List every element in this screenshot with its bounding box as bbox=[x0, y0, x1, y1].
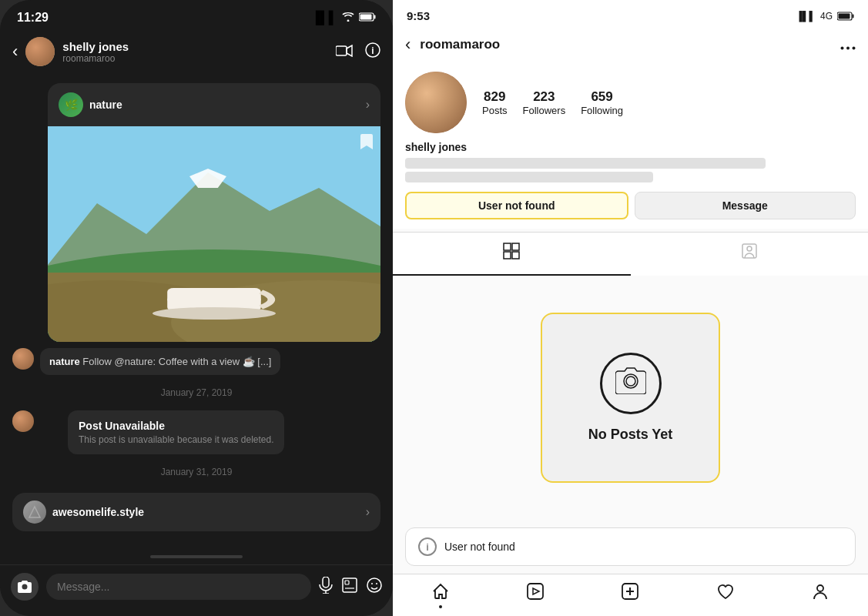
no-posts-card: No Posts Yet bbox=[541, 313, 721, 483]
svg-point-24 bbox=[367, 578, 381, 592]
emoji-icon[interactable] bbox=[367, 578, 382, 597]
signal-icon-left: ▐▌▌ bbox=[311, 11, 337, 25]
stat-followers: 223 Followers bbox=[523, 89, 566, 116]
camera-circle bbox=[600, 353, 662, 414]
header-user-info: shelly jones roomamaroo bbox=[62, 40, 328, 64]
msg-avatar bbox=[12, 348, 34, 370]
video-call-icon[interactable] bbox=[336, 43, 353, 61]
nav-home[interactable] bbox=[431, 582, 450, 605]
bio-line-2 bbox=[405, 172, 653, 182]
grid-icon bbox=[502, 242, 521, 265]
svg-point-25 bbox=[371, 583, 373, 584]
status-time-right: 9:53 bbox=[407, 9, 430, 22]
tab-tagged[interactable] bbox=[631, 233, 869, 276]
svg-point-16 bbox=[152, 307, 276, 320]
svg-rect-35 bbox=[504, 252, 511, 259]
svg-rect-3 bbox=[336, 46, 347, 55]
svg-rect-29 bbox=[839, 13, 850, 18]
svg-marker-4 bbox=[347, 45, 352, 56]
tab-grid[interactable] bbox=[393, 233, 631, 276]
dm-username: shelly jones bbox=[62, 40, 328, 53]
back-button-left[interactable]: ‹ bbox=[12, 42, 18, 62]
followers-count: 223 bbox=[533, 89, 555, 105]
camera-no-posts-icon bbox=[615, 367, 646, 401]
bottom-nav bbox=[393, 574, 868, 616]
more-options-button[interactable] bbox=[840, 36, 856, 54]
no-posts-text: No Posts Yet bbox=[588, 427, 673, 443]
post-chevron-2: › bbox=[366, 505, 370, 519]
dm-handle: roomamaroo bbox=[62, 53, 328, 64]
status-icons-left: ▐▌▌ bbox=[311, 11, 376, 25]
microphone-icon[interactable] bbox=[319, 577, 333, 598]
nav-heart[interactable] bbox=[716, 582, 735, 605]
status-bar-left: 11:29 ▐▌▌ bbox=[0, 0, 393, 31]
bookmark-icon bbox=[360, 134, 373, 153]
svg-rect-2 bbox=[360, 15, 372, 20]
status-icons-right: ▐▌▌ 4G bbox=[796, 11, 854, 22]
message-button[interactable]: Message bbox=[635, 192, 856, 219]
unavailable-title: Post Unavailable bbox=[79, 420, 273, 432]
svg-point-31 bbox=[846, 46, 850, 49]
post-avatar-2 bbox=[23, 500, 46, 524]
right-panel: 9:53 ▐▌▌ 4G ‹ roomamaroo 829 Posts bbox=[393, 0, 868, 616]
profile-info-section: 829 Posts 223 Followers 659 Following sh… bbox=[393, 62, 868, 229]
input-actions bbox=[319, 577, 382, 598]
stat-following: 659 Following bbox=[581, 89, 623, 116]
info-circle-icon: i bbox=[418, 537, 437, 556]
profile-avatar bbox=[405, 72, 467, 133]
mountain-scene bbox=[48, 126, 380, 342]
svg-rect-33 bbox=[504, 243, 511, 250]
followers-label: Followers bbox=[523, 105, 566, 116]
nature-icon: 🌿 bbox=[65, 99, 78, 111]
svg-rect-1 bbox=[374, 15, 376, 19]
post-account-name-2: awesomelife.style bbox=[52, 506, 144, 518]
scroll-indicator bbox=[150, 555, 243, 558]
shared-post-card-2: awesomelife.style › bbox=[12, 493, 380, 531]
profile-stats: 829 Posts 223 Followers 659 Following bbox=[482, 89, 856, 116]
battery-icon-left bbox=[359, 11, 376, 25]
message-input[interactable] bbox=[46, 574, 311, 600]
post-header-2: awesomelife.style › bbox=[12, 493, 380, 531]
bio-line-1 bbox=[405, 158, 766, 169]
nav-add[interactable] bbox=[621, 582, 639, 605]
posts-count: 829 bbox=[484, 89, 505, 105]
info-icon-header[interactable]: i bbox=[365, 42, 380, 62]
svg-point-44 bbox=[817, 585, 823, 591]
info-icon-text: i bbox=[426, 541, 429, 553]
unavailable-subtitle: This post is unavailable because it was … bbox=[79, 434, 273, 445]
svg-point-30 bbox=[841, 46, 844, 49]
nav-reels[interactable] bbox=[526, 582, 545, 605]
back-button-right[interactable]: ‹ bbox=[405, 35, 411, 55]
user-not-found-button[interactable]: User not found bbox=[405, 192, 628, 219]
date-divider-2: January 31, 2019 bbox=[12, 467, 380, 477]
status-time-left: 11:29 bbox=[17, 11, 49, 25]
svg-rect-18 bbox=[323, 577, 329, 588]
profile-top-row: 829 Posts 223 Followers 659 Following bbox=[405, 72, 856, 133]
profile-header: ‹ roomamaroo bbox=[393, 28, 868, 62]
following-label: Following bbox=[581, 105, 623, 116]
user-not-found-banner: i User not found bbox=[405, 527, 856, 566]
post-account-name: nature bbox=[89, 99, 122, 111]
profile-username-header: roomamaroo bbox=[420, 37, 840, 52]
profile-avatar-image bbox=[405, 72, 467, 133]
svg-point-38 bbox=[747, 246, 752, 251]
nav-home-dot bbox=[439, 605, 442, 608]
svg-point-26 bbox=[376, 583, 377, 584]
svg-point-32 bbox=[853, 46, 856, 49]
svg-marker-40 bbox=[533, 588, 539, 594]
camera-button[interactable] bbox=[11, 573, 39, 601]
post-image bbox=[48, 126, 380, 342]
tagged-icon bbox=[740, 242, 759, 265]
network-type-right: 4G bbox=[820, 11, 833, 22]
gallery-icon[interactable] bbox=[342, 578, 357, 597]
nature-avatar: 🌿 bbox=[59, 92, 83, 117]
message-row: nature Follow @nature: Coffee with a vie… bbox=[12, 348, 380, 375]
svg-rect-22 bbox=[345, 581, 349, 584]
posts-label: Posts bbox=[482, 105, 508, 116]
avatar-image bbox=[25, 37, 55, 66]
dm-header: ‹ shelly jones roomamaroo i bbox=[0, 31, 393, 75]
nav-profile[interactable] bbox=[811, 582, 829, 605]
svg-rect-36 bbox=[512, 252, 519, 259]
profile-name: shelly jones bbox=[405, 141, 856, 153]
post-header: 🌿 nature › bbox=[48, 83, 380, 126]
